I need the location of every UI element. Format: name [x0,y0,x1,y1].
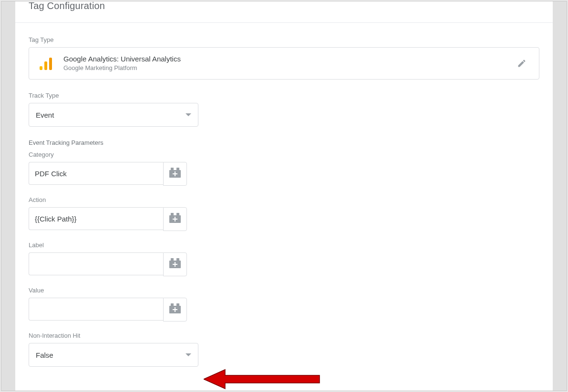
event-params-heading: Event Tracking Parameters [29,139,539,146]
track-type-select[interactable]: Event [29,103,198,127]
value-input[interactable] [29,298,163,321]
category-input[interactable] [29,162,163,185]
action-variable-button[interactable] [163,207,187,231]
track-type-value: Event [36,111,186,119]
label-field-label: Label [29,241,539,249]
tag-type-subtitle: Google Marketing Platform [63,64,513,72]
chevron-down-icon [186,353,191,356]
action-input[interactable] [29,207,163,230]
non-interaction-select[interactable]: False [29,343,198,367]
edit-tag-type-button[interactable] [513,55,530,72]
variable-brick-icon [169,170,181,178]
chevron-down-icon [186,113,191,116]
action-label: Action [29,196,539,203]
variable-brick-icon [169,306,181,313]
track-type-label: Track Type [29,92,539,99]
category-label: Category [29,151,539,158]
non-interaction-label: Non-Interaction Hit [29,332,539,339]
label-input[interactable] [29,252,163,275]
tag-type-card[interactable]: Google Analytics: Universal Analytics Go… [29,47,539,80]
section-header: Tag Configuration [15,1,553,23]
tag-type-title: Google Analytics: Universal Analytics [63,54,513,64]
category-variable-button[interactable] [163,162,187,186]
tag-configuration-panel: Tag Configuration Tag Type Google Analyt… [15,1,553,391]
tag-type-label: Tag Type [29,36,539,43]
analytics-bars-icon [38,57,54,70]
section-title: Tag Configuration [29,1,105,11]
variable-brick-icon [169,261,181,268]
value-field-label: Value [29,287,539,294]
pencil-icon [517,59,527,68]
variable-brick-icon [169,215,181,223]
value-variable-button[interactable] [163,298,187,322]
label-variable-button[interactable] [163,252,187,276]
non-interaction-value: False [36,351,186,359]
